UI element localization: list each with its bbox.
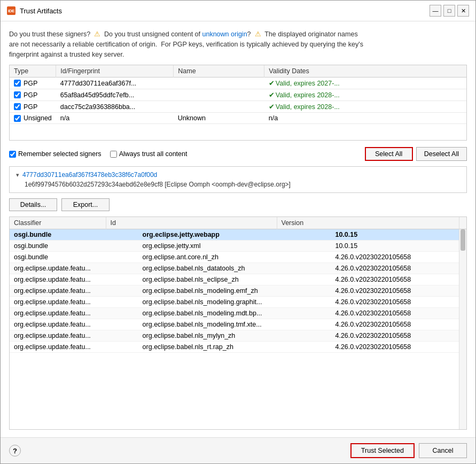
signer-id-cell: 4777dd30711ea6af367f... bbox=[56, 78, 174, 89]
artifact-version-cell: 4.26.0.v20230220105658 bbox=[331, 263, 458, 274]
artifact-classifier-cell: org.eclipse.update.featu... bbox=[10, 274, 138, 285]
artifact-id-cell: org.eclipse.ant.core.nl_zh bbox=[138, 252, 331, 263]
trust-artifacts-dialog: IDE Trust Artifacts — □ ✕ Do you trust t… bbox=[0, 0, 476, 464]
options-left: Remember selected signers Always trust a… bbox=[9, 150, 365, 158]
col-header-id: Id/Fingerprint bbox=[56, 65, 174, 78]
signer-id-cell: dacc75c2a9363886bba... bbox=[56, 101, 174, 113]
validity-text: Valid, expires 2027-... bbox=[276, 80, 340, 87]
artifact-classifier-cell: org.eclipse.update.featu... bbox=[10, 330, 138, 342]
signer-name-cell: Unknown bbox=[174, 113, 264, 124]
artifact-version-cell: 4.26.0.v20230220105658 bbox=[331, 252, 458, 263]
signer-name-cell bbox=[174, 89, 264, 101]
scrollbar-thumb[interactable] bbox=[461, 229, 465, 251]
dialog-body: Do you trust these signers? ⚠ Do you tru… bbox=[1, 21, 475, 437]
signer-checkbox-1[interactable] bbox=[14, 91, 21, 98]
signer-id-cell: 65af8ad45d95ddfc7efb... bbox=[56, 89, 174, 101]
signer-validity-cell: ✔Valid, expires 2028-... bbox=[264, 89, 466, 101]
artifact-id-cell: org.eclipse.babel.nls_modeling.tmf.xte..… bbox=[138, 319, 331, 330]
unknown-origin-link: unknown origin bbox=[202, 30, 247, 38]
col-header-validity: Validity Dates bbox=[264, 65, 466, 78]
artifact-version-cell: 4.26.0.v20230220105658 bbox=[331, 274, 458, 285]
artifact-version-cell: 10.0.15 bbox=[331, 241, 458, 252]
artifact-id-cell: org.eclipse.babel.nls_mylyn_zh bbox=[138, 330, 331, 342]
artifact-id-cell: org.eclipse.jetty.webapp bbox=[138, 229, 331, 241]
artifact-id-cell: org.eclipse.babel.nls_rt.rap_zh bbox=[138, 342, 331, 353]
artifact-row[interactable]: org.eclipse.update.featu...org.eclipse.b… bbox=[10, 319, 466, 330]
artifact-row[interactable]: osgi.bundleorg.eclipse.jetty.webapp10.0.… bbox=[10, 229, 466, 241]
artifact-row[interactable]: org.eclipse.update.featu...org.eclipse.b… bbox=[10, 263, 466, 274]
col-header-name: Name bbox=[174, 65, 264, 78]
signer-type-cell: PGP bbox=[10, 78, 56, 89]
fingerprint-header: ▾ 4777dd30711ea6af367f3478eb3c38f6c7a0f0… bbox=[16, 171, 460, 179]
window-title: Trust Artifacts bbox=[20, 7, 425, 15]
close-button[interactable]: ✕ bbox=[457, 5, 469, 17]
warning-icon-1: ⚠ bbox=[94, 30, 100, 38]
artifact-row[interactable]: org.eclipse.update.featu...org.eclipse.b… bbox=[10, 330, 466, 342]
art-col-header-id: Id bbox=[106, 217, 277, 229]
signer-type-cell: PGP bbox=[10, 89, 56, 101]
artifact-classifier-cell: org.eclipse.update.featu... bbox=[10, 297, 138, 308]
artifact-row[interactable]: osgi.bundleorg.eclipse.jetty.xml10.0.15 bbox=[10, 241, 466, 252]
select-all-button[interactable]: Select All bbox=[365, 147, 413, 161]
artifacts-scroll-wrapper[interactable]: osgi.bundleorg.eclipse.jetty.webapp10.0.… bbox=[10, 229, 466, 429]
signer-checkbox-3[interactable] bbox=[14, 115, 21, 122]
always-trust-checkbox[interactable] bbox=[110, 151, 117, 158]
col-header-type: Type bbox=[10, 65, 56, 78]
signer-type: Unsigned bbox=[24, 114, 52, 122]
warning-icon-2: ⚠ bbox=[255, 30, 261, 38]
artifact-row[interactable]: org.eclipse.update.featu...org.eclipse.b… bbox=[10, 297, 466, 308]
artifact-row[interactable]: osgi.bundleorg.eclipse.ant.core.nl_zh4.2… bbox=[10, 252, 466, 263]
artifact-id-cell: org.eclipse.babel.nls_modeling.mdt.bp... bbox=[138, 308, 331, 319]
artifact-classifier-cell: org.eclipse.update.featu... bbox=[10, 319, 138, 330]
signer-id-cell: n/a bbox=[56, 113, 174, 124]
artifact-classifier-cell: osgi.bundle bbox=[10, 252, 138, 263]
deselect-all-button[interactable]: Deselect All bbox=[416, 147, 467, 161]
options-row: Remember selected signers Always trust a… bbox=[9, 147, 467, 161]
signer-validity-cell: ✔Valid, expires 2027-... bbox=[264, 78, 466, 89]
signer-row[interactable]: Unsignedn/aUnknownn/a bbox=[10, 113, 466, 124]
artifact-classifier-cell: osgi.bundle bbox=[10, 241, 138, 252]
valid-checkmark: ✔ bbox=[269, 80, 275, 87]
export-button[interactable]: Export... bbox=[61, 198, 110, 211]
signer-name-cell bbox=[174, 78, 264, 89]
footer-right: Trust Selected Cancel bbox=[350, 443, 467, 458]
fingerprint-sub: 1e6f99794576b6032d257293c34aebd62e8e9cf8… bbox=[16, 181, 460, 188]
cancel-button[interactable]: Cancel bbox=[419, 443, 467, 458]
artifact-id-cell: org.eclipse.babel.nls_eclipse_zh bbox=[138, 274, 331, 285]
signer-checkbox-2[interactable] bbox=[14, 103, 21, 110]
remember-signers-label[interactable]: Remember selected signers bbox=[9, 150, 102, 158]
artifact-version-cell: 4.26.0.v20230220105658 bbox=[331, 285, 458, 297]
help-button[interactable]: ? bbox=[9, 445, 21, 457]
scroll-col bbox=[459, 217, 466, 229]
artifact-id-cell: org.eclipse.babel.nls_datatools_zh bbox=[138, 263, 331, 274]
maximize-button[interactable]: □ bbox=[443, 5, 455, 17]
details-button[interactable]: Details... bbox=[9, 198, 57, 211]
artifact-id-cell: org.eclipse.babel.nls_modeling.graphit..… bbox=[138, 297, 331, 308]
always-trust-label[interactable]: Always trust all content bbox=[110, 150, 188, 158]
signer-row[interactable]: PGP4777dd30711ea6af367f...✔Valid, expire… bbox=[10, 78, 466, 89]
artifact-row[interactable]: org.eclipse.update.featu...org.eclipse.b… bbox=[10, 342, 466, 353]
artifact-version-cell: 4.26.0.v20230220105658 bbox=[331, 308, 458, 319]
app-icon: IDE bbox=[7, 6, 15, 15]
trust-selected-button[interactable]: Trust Selected bbox=[350, 443, 415, 458]
artifact-row[interactable]: org.eclipse.update.featu...org.eclipse.b… bbox=[10, 308, 466, 319]
valid-checkmark: ✔ bbox=[269, 103, 275, 111]
artifact-classifier-cell: org.eclipse.update.featu... bbox=[10, 263, 138, 274]
signer-row[interactable]: PGP65af8ad45d95ddfc7efb...✔Valid, expire… bbox=[10, 89, 466, 101]
signer-checkbox-0[interactable] bbox=[14, 80, 21, 87]
description-text: Do you trust these signers? ⚠ Do you tru… bbox=[9, 29, 467, 59]
remember-signers-checkbox[interactable] bbox=[9, 151, 16, 158]
fingerprint-hash: 4777dd30711ea6af367f3478eb3c38f6c7a0f00d bbox=[22, 171, 157, 179]
artifact-row[interactable]: org.eclipse.update.featu...org.eclipse.b… bbox=[10, 274, 466, 285]
art-col-header-classifier: Classifier bbox=[10, 217, 106, 229]
footer-left: ? bbox=[9, 445, 350, 457]
artifact-version-cell: 4.26.0.v20230220105658 bbox=[331, 330, 458, 342]
artifact-classifier-cell: osgi.bundle bbox=[10, 229, 138, 241]
signer-row[interactable]: PGPdacc75c2a9363886bba...✔Valid, expires… bbox=[10, 101, 466, 113]
artifact-row[interactable]: org.eclipse.update.featu...org.eclipse.b… bbox=[10, 285, 466, 297]
scrollbar-area[interactable] bbox=[459, 229, 466, 429]
minimize-button[interactable]: — bbox=[430, 5, 441, 17]
artifact-classifier-cell: org.eclipse.update.featu... bbox=[10, 308, 138, 319]
artifact-version-cell: 4.26.0.v20230220105658 bbox=[331, 297, 458, 308]
signer-name-cell bbox=[174, 101, 264, 113]
